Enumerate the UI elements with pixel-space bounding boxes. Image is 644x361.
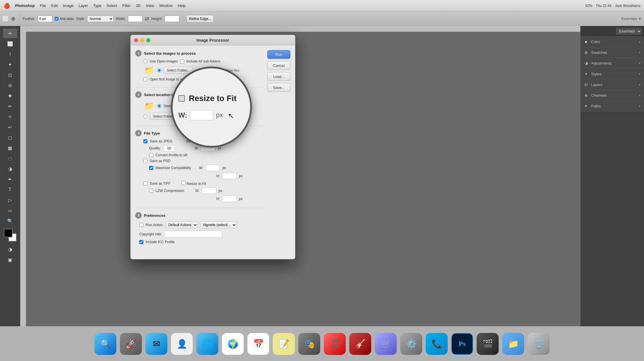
psd-width-input[interactable] [206, 165, 220, 171]
tool-screen-mode[interactable]: ▣ [3, 255, 17, 265]
cancel-button[interactable]: Cancel [267, 61, 290, 70]
menu-filter[interactable]: Filter [122, 3, 131, 8]
vignette-select[interactable]: Vignette (selecti... [200, 221, 237, 228]
lzw-checkbox[interactable] [149, 189, 153, 193]
dock-contacts[interactable]: 👤 [170, 332, 193, 355]
menu-image[interactable]: Image [63, 3, 73, 8]
dock-trash[interactable]: 🗑️ [527, 332, 550, 355]
swatches-panel-header[interactable]: ⊞ Swatches ▼ [581, 47, 644, 58]
color-collapse-icon[interactable]: ▲ [638, 40, 641, 43]
tool-clone-stamp[interactable]: ⎋ [3, 112, 17, 122]
tool-dodge[interactable]: ◑ [3, 164, 17, 174]
tool-quick-mask[interactable]: ◑ [3, 244, 17, 254]
tool-eraser[interactable]: ◻ [3, 133, 17, 142]
tool-history-brush[interactable]: ↩ [3, 122, 17, 132]
style-select[interactable]: Normal Fixed Ratio Fixed Size [87, 16, 114, 22]
tool-eyedropper[interactable]: ⊘ [3, 80, 17, 90]
paths-panel-header[interactable]: ✒ Paths ▼ [581, 101, 644, 111]
default-actions-select[interactable]: Default Actions [166, 221, 198, 228]
convert-profile-checkbox[interactable] [149, 153, 153, 157]
close-button[interactable] [134, 38, 138, 42]
menu-layer[interactable]: Layer [78, 3, 88, 8]
dock-notes[interactable]: 📝 [272, 332, 295, 355]
dock-skype[interactable]: 📞 [425, 332, 448, 355]
use-open-radio[interactable] [143, 59, 147, 63]
refine-edge-button[interactable]: Refine Edge... [186, 15, 214, 23]
color-panel-header[interactable]: ■ Color ▲ [581, 36, 644, 47]
copyright-input[interactable] [164, 231, 222, 238]
tool-zoom[interactable]: 🔍 [3, 216, 17, 226]
tool-brush[interactable]: ✏ [3, 101, 17, 111]
menu-photoshop[interactable]: Photoshop [15, 3, 35, 8]
antialias-checkbox[interactable] [55, 17, 58, 21]
save-button[interactable]: Save... [267, 83, 290, 92]
dock-calendar[interactable]: 📅 [247, 332, 270, 355]
styles-panel-header[interactable]: ✦ Styles ▼ [581, 69, 644, 79]
adjustments-panel-header[interactable]: ◑ Adjustments ▼ [581, 58, 644, 68]
menu-3d[interactable]: 3D [136, 3, 141, 8]
layers-collapse-icon[interactable]: ▼ [638, 83, 641, 86]
dock-proxy[interactable]: 🎭 [298, 332, 321, 355]
dock-safari[interactable]: 🌐 [196, 332, 219, 355]
save-psd-checkbox[interactable] [143, 159, 147, 163]
tool-crop[interactable]: ⊡ [3, 70, 17, 80]
workspace-select[interactable]: Essentials [616, 28, 642, 34]
dock-mail[interactable]: ✉ [145, 332, 168, 355]
menu-window[interactable]: Window [159, 3, 173, 8]
tiff-height-input[interactable] [222, 196, 237, 202]
dock-chrome[interactable]: 🌍 [221, 332, 244, 355]
height-input[interactable] [165, 16, 179, 22]
jpeg-width-input[interactable] [201, 145, 215, 151]
resize-tiff-checkbox[interactable] [182, 181, 186, 185]
color-swatch[interactable] [4, 229, 17, 241]
dock-guitar[interactable]: 🎸 [349, 332, 372, 355]
save-folder-radio[interactable] [143, 114, 147, 118]
layers-panel-header[interactable]: ⊟ Layers ▼ [581, 79, 644, 90]
tool-move[interactable]: ✛ [3, 28, 17, 38]
tool-marquee[interactable]: ⬜ [3, 39, 17, 49]
paths-collapse-icon[interactable]: ▼ [638, 105, 641, 108]
minimize-button[interactable] [140, 38, 144, 42]
dock-finder[interactable]: 🔍 [94, 332, 117, 355]
dock-system-prefs[interactable]: ⚙️ [400, 332, 423, 355]
tool-magic-wand[interactable]: ✦ [3, 60, 17, 69]
menu-select[interactable]: Select [107, 3, 117, 8]
menu-view[interactable]: View [146, 3, 154, 8]
include-subfolders-checkbox[interactable] [180, 59, 184, 63]
dock-photoshop[interactable]: Ps [451, 332, 474, 355]
tool-shape[interactable]: ▭ [3, 206, 17, 215]
menu-edit[interactable]: Edit [51, 3, 58, 8]
maximize-compat-checkbox[interactable] [149, 166, 153, 170]
dock-music[interactable]: 🎵 [323, 332, 346, 355]
tool-type[interactable]: T [3, 185, 17, 195]
maximize-button[interactable] [146, 38, 150, 42]
channels-collapse-icon[interactable]: ▼ [638, 94, 641, 97]
tool-path-select[interactable]: ▷ [3, 195, 17, 205]
save-same-radio[interactable] [157, 104, 161, 108]
apple-menu[interactable]: 🍎 [3, 3, 10, 9]
dock-folder[interactable]: 📁 [502, 332, 525, 355]
channels-panel-header[interactable]: ⊕ Channels ▼ [581, 90, 644, 100]
tiff-width-input[interactable] [202, 188, 216, 194]
dock-appstore[interactable]: 🛒 [374, 332, 397, 355]
tool-lasso[interactable]: ⌇ [3, 49, 17, 59]
save-tiff-checkbox[interactable] [143, 182, 147, 186]
tool-healing[interactable]: ✚ [3, 91, 17, 101]
select-folder-radio[interactable] [157, 68, 161, 72]
menu-type[interactable]: Type [93, 3, 101, 8]
foreground-color[interactable] [4, 229, 12, 237]
adjustments-collapse-icon[interactable]: ▼ [638, 62, 641, 65]
save-jpeg-checkbox[interactable] [143, 139, 147, 143]
quality-input[interactable] [163, 145, 175, 151]
run-button[interactable]: Run [267, 50, 290, 59]
tool-pen[interactable]: ✒ [3, 174, 17, 184]
tool-blur[interactable]: ◌ [3, 153, 17, 163]
run-action-checkbox[interactable] [139, 223, 143, 227]
select-folder-button[interactable]: Select Folder... [164, 67, 193, 74]
load-button[interactable]: Load... [267, 72, 290, 81]
psd-height-input[interactable] [222, 173, 237, 179]
swatches-collapse-icon[interactable]: ▼ [638, 51, 641, 54]
styles-collapse-icon[interactable]: ▼ [638, 72, 641, 76]
save-folder-button[interactable]: Select Folder... [150, 113, 179, 120]
menu-help[interactable]: Help [178, 3, 186, 8]
